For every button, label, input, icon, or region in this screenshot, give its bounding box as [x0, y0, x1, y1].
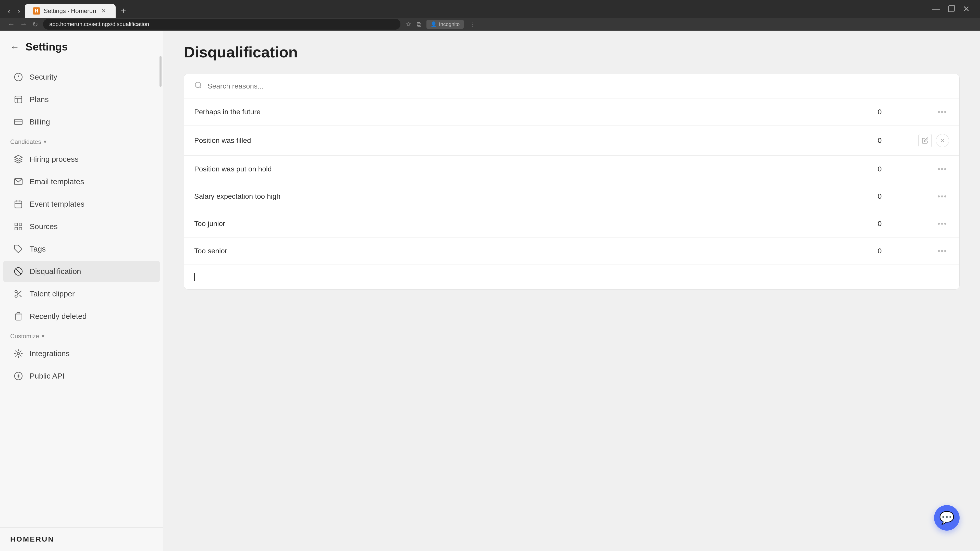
minimize-btn[interactable]: —: [932, 4, 940, 14]
close-btn[interactable]: ✕: [963, 4, 970, 14]
recently-deleted-icon: [13, 311, 24, 321]
customize-chevron: ▾: [41, 333, 45, 340]
tab-title: Settings · Homerun: [44, 7, 96, 14]
row-actions: •••: [908, 218, 949, 229]
more-options-btn[interactable]: •••: [935, 246, 949, 256]
talent-clipper-icon: [13, 289, 24, 299]
row-actions: •••: [908, 106, 949, 118]
reason-name: Too junior: [194, 220, 878, 228]
sidebar-item-email-templates[interactable]: Email templates: [3, 171, 160, 192]
svg-point-18: [195, 82, 200, 87]
sidebar-item-security[interactable]: Security: [3, 66, 160, 88]
sidebar-item-recently-deleted-label: Recently deleted: [30, 312, 86, 321]
tab-close-btn[interactable]: ✕: [100, 7, 107, 15]
sidebar-item-sources[interactable]: Sources: [3, 216, 160, 237]
svg-rect-2: [14, 119, 22, 125]
bookmark-btn[interactable]: ☆: [406, 21, 411, 28]
svg-point-16: [18, 353, 20, 355]
billing-icon: [13, 117, 24, 127]
back-to-app-btn[interactable]: ←: [10, 41, 19, 52]
reasons-table: Perhaps in the future 0 ••• Position was…: [184, 98, 959, 289]
tab-forward-btn[interactable]: ›: [15, 5, 23, 17]
disqualification-icon: [13, 266, 24, 276]
sidebar-item-billing[interactable]: Billing: [3, 111, 160, 133]
reason-count: 0: [878, 165, 908, 173]
more-options-btn[interactable]: •••: [935, 106, 949, 118]
hiring-process-icon: [13, 154, 24, 164]
sidebar-item-plans[interactable]: Plans: [3, 89, 160, 110]
chat-btn[interactable]: 💬: [934, 505, 959, 530]
sidebar-title: Settings: [25, 41, 68, 53]
sidebar-item-hiring-process-label: Hiring process: [30, 155, 79, 164]
svg-line-19: [200, 87, 201, 88]
reason-count: 0: [878, 220, 908, 228]
sidebar-item-plans-label: Plans: [30, 95, 49, 104]
sidebar-item-talent-clipper[interactable]: Talent clipper: [3, 283, 160, 305]
email-templates-icon: [13, 176, 24, 187]
row-actions: •••: [908, 191, 949, 202]
delete-reason-btn[interactable]: [936, 134, 949, 147]
disqualification-card: Perhaps in the future 0 ••• Position was…: [184, 74, 959, 289]
more-options-btn[interactable]: •••: [935, 191, 949, 202]
new-tab-btn[interactable]: +: [118, 5, 129, 17]
sidebar: ← Settings Security Plans: [0, 30, 163, 551]
more-options-btn[interactable]: •••: [935, 164, 949, 175]
sidebar-item-public-api-label: Public API: [30, 372, 65, 380]
back-nav-btn[interactable]: ←: [8, 20, 15, 28]
reason-count: 0: [878, 137, 908, 144]
public-api-icon: [13, 371, 24, 381]
sidebar-item-tags-label: Tags: [30, 245, 46, 253]
page-title: Disqualification: [184, 43, 959, 61]
tab-back-btn[interactable]: ‹: [5, 5, 13, 17]
url-bar[interactable]: [43, 19, 401, 30]
search-input[interactable]: [207, 82, 949, 90]
reason-name: Too senior: [194, 247, 878, 255]
main-content: Disqualification Perhaps in the future 0: [163, 30, 980, 551]
plans-icon: [13, 94, 24, 105]
sidebar-item-tags[interactable]: Tags: [3, 238, 160, 260]
edit-reason-btn[interactable]: [918, 134, 932, 147]
maximize-btn[interactable]: ❐: [948, 4, 955, 14]
split-view-btn[interactable]: ⧉: [417, 21, 422, 28]
menu-btn[interactable]: ⋮: [469, 21, 476, 28]
more-options-btn[interactable]: •••: [935, 218, 949, 229]
sidebar-header: ← Settings: [0, 41, 163, 66]
sidebar-item-hiring-process[interactable]: Hiring process: [3, 148, 160, 170]
search-row: [184, 74, 959, 98]
chat-icon: 💬: [939, 511, 955, 525]
search-icon: [194, 81, 202, 91]
sidebar-item-event-templates-label: Event templates: [30, 200, 84, 208]
sidebar-footer: HOMERUN: [0, 527, 163, 551]
sidebar-item-integrations-label: Integrations: [30, 349, 70, 358]
reason-count: 0: [878, 192, 908, 200]
sidebar-item-disqualification-label: Disqualification: [30, 267, 81, 276]
sidebar-item-disqualification[interactable]: Disqualification: [3, 261, 160, 282]
reload-btn[interactable]: ↻: [32, 20, 38, 29]
svg-point-11: [15, 291, 18, 293]
reason-name: Position was filled: [194, 137, 878, 144]
table-row: Too senior 0 •••: [184, 238, 959, 265]
svg-rect-6: [19, 223, 22, 226]
sidebar-item-recently-deleted[interactable]: Recently deleted: [3, 306, 160, 327]
integrations-icon: [13, 348, 24, 359]
sidebar-item-integrations[interactable]: Integrations: [3, 343, 160, 364]
sidebar-item-talent-clipper-label: Talent clipper: [30, 289, 75, 298]
sidebar-item-sources-label: Sources: [30, 222, 58, 231]
new-reason-input[interactable]: [194, 273, 949, 281]
sidebar-item-event-templates[interactable]: Event templates: [3, 193, 160, 215]
row-actions: •••: [908, 164, 949, 175]
svg-rect-4: [15, 201, 22, 208]
active-tab[interactable]: H Settings · Homerun ✕: [25, 4, 115, 18]
incognito-badge: 👤 Incognito: [426, 20, 464, 29]
sources-icon: [13, 221, 24, 232]
svg-rect-5: [15, 223, 18, 226]
sidebar-item-email-templates-label: Email templates: [30, 177, 84, 186]
customize-section[interactable]: Customize ▾: [0, 327, 163, 342]
candidates-label: Candidates: [10, 138, 41, 145]
candidates-section[interactable]: Candidates ▾: [0, 133, 163, 148]
sidebar-item-public-api[interactable]: Public API: [3, 365, 160, 387]
forward-nav-btn[interactable]: →: [20, 20, 27, 28]
homerun-logo: HOMERUN: [10, 535, 153, 543]
table-row: Salary expectation too high 0 •••: [184, 183, 959, 210]
sidebar-item-billing-label: Billing: [30, 118, 50, 126]
